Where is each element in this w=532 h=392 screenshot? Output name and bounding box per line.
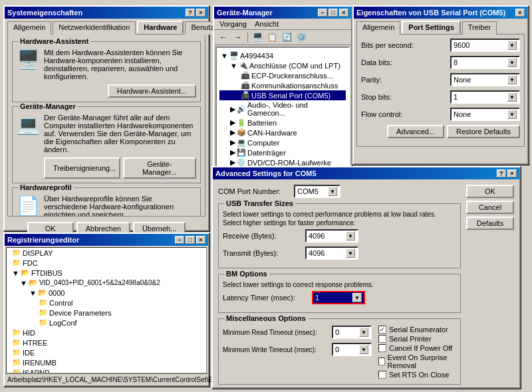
transmit-dropdown[interactable]: 4096 ▼	[305, 246, 358, 260]
reg-close-btn[interactable]: ×	[196, 236, 205, 244]
receive-dropdown[interactable]: 4096 ▼	[305, 229, 358, 243]
adv-defaults-btn[interactable]: Defaults	[466, 217, 514, 230]
transmit-arrow[interactable]: ▼	[346, 248, 355, 258]
advanced-left: COM Port Number: COM5 ▼ USB Transfer Siz…	[213, 179, 466, 385]
bits-arrow[interactable]: ▼	[507, 41, 517, 50]
reg-minimize-btn[interactable]: −	[175, 236, 184, 244]
min-read-dropdown[interactable]: 0 ▼	[332, 326, 372, 339]
tree-root[interactable]: ▼ 🖥️ A4994434	[219, 50, 346, 60]
usb-tab-treiber[interactable]: Treiber	[462, 21, 497, 35]
device-tree[interactable]: ▼ 🖥️ A4994434 ▼ 🔌 Anschlüsse (COM und LP…	[215, 47, 350, 173]
gm-close-btn[interactable]: ×	[339, 9, 348, 17]
reg-vid[interactable]: ▼ 📂 VID_0403+PID_6001+5&2a2498a0&0&2	[7, 278, 206, 288]
reg-htree[interactable]: 📁 HTREE	[7, 338, 206, 347]
cancel-power-checkbox[interactable]	[378, 344, 386, 352]
receive-value: 4096	[309, 232, 325, 240]
can-icon: 📦	[237, 128, 246, 137]
reg-logconf[interactable]: 📁 LogConf	[7, 318, 206, 328]
usb-close-btn[interactable]: ×	[515, 9, 525, 17]
gm-maximize-btn[interactable]: □	[329, 9, 338, 17]
com-port-row: COM Port Number: COM5 ▼	[218, 185, 461, 198]
event-surprise-checkbox[interactable]	[378, 357, 385, 365]
min-write-value: 0	[335, 345, 339, 353]
min-read-arrow[interactable]: ▼	[359, 328, 368, 337]
set-rts-checkbox[interactable]	[378, 371, 386, 379]
geraete-manager-win-title: Geräte-Manager	[217, 9, 318, 17]
com-port-dropdown[interactable]: COM5 ▼	[294, 185, 340, 198]
advanced-btn[interactable]: Advanced...	[387, 125, 444, 138]
reg-hid[interactable]: 📁 HID	[7, 328, 206, 338]
reg-0000[interactable]: ▼ 📂 0000	[7, 288, 206, 298]
bm-options-desc: Select lower settings to correct respons…	[223, 281, 456, 288]
advanced-help-btn[interactable]: ?	[497, 169, 506, 177]
bits-dropdown[interactable]: 9600 ▼	[450, 39, 520, 52]
tree-audio[interactable]: ▶ 🔊 Audio-, Video- und Gamecon...	[219, 100, 346, 118]
hardware-assistant-btn[interactable]: Hardware-Assistent...	[108, 84, 196, 98]
usb-transfer-desc2: Select higher settings for faster perfor…	[223, 219, 456, 227]
serial-printer-checkbox[interactable]	[378, 335, 386, 343]
toolbar-icon3[interactable]: 🔄	[280, 31, 293, 43]
close-btn[interactable]: ×	[196, 9, 205, 17]
tab-allgemein[interactable]: Allgemein	[7, 21, 51, 35]
menu-vorgang[interactable]: Vorgang	[215, 19, 251, 29]
reg-display[interactable]: 📁 DISPLAY	[7, 248, 206, 258]
tree-computer[interactable]: ▶ 💻 Computer	[219, 138, 346, 147]
serial-enum-checkbox[interactable]	[378, 326, 386, 334]
usb-tab-allgemein[interactable]: Allgemein	[356, 21, 400, 35]
tree-ecp[interactable]: 📠 ECP-Druckeranschluss...	[219, 70, 346, 80]
min-write-dropdown[interactable]: 0 ▼	[332, 343, 372, 356]
restore-btn[interactable]: Restore Defaults	[447, 125, 520, 138]
latency-arrow[interactable]: ▼	[352, 293, 362, 302]
databits-arrow[interactable]: ▼	[507, 58, 517, 67]
reg-vid-icon: 📂	[29, 278, 38, 287]
geraete-manager-btn[interactable]: Geräte-Manager...	[123, 157, 196, 179]
adv-cancel-btn[interactable]: Cancel	[466, 201, 514, 214]
geraete-toolbar: ← → 🖥️ 📋 🔄 ⚙️	[214, 30, 351, 45]
registry-tree-container[interactable]: 📁 DISPLAY 📁 FDC ▼ 📂 FTDIBUS ▼ 📂 VID_0403…	[6, 247, 207, 373]
parity-dropdown[interactable]: None ▼	[450, 73, 520, 86]
tree-can[interactable]: ▶ 📦 CAN-Hardware	[219, 128, 346, 138]
bm-options-title: BM Options	[224, 270, 269, 278]
adv-ok-btn[interactable]: OK	[466, 185, 514, 198]
flowcontrol-dropdown[interactable]: None ▼	[450, 108, 520, 121]
menu-ansicht[interactable]: Ansicht	[251, 19, 283, 29]
stopbits-dropdown[interactable]: 1 ▼	[450, 90, 520, 104]
reg-device-params[interactable]: 📁 Device Parameters	[7, 308, 206, 318]
reg-ftdibus[interactable]: ▼ 📂 FTDIBUS	[7, 268, 206, 278]
latency-dropdown[interactable]: 1 ▼	[312, 291, 365, 304]
tree-usb-serial[interactable]: 📠 USB Serial Port (COM5)	[219, 90, 346, 100]
gm-minimize-btn[interactable]: −	[318, 9, 327, 17]
toolbar-icon4[interactable]: ⚙️	[295, 31, 308, 43]
tree-daten[interactable]: ▶ 💾 Datenträger	[219, 147, 346, 157]
tree-anschlusse[interactable]: ▼ 🔌 Anschlüsse (COM und LPT)	[219, 60, 346, 70]
com-port-arrow[interactable]: ▼	[328, 187, 337, 196]
receive-arrow[interactable]: ▼	[346, 231, 355, 241]
reg-ide[interactable]: 📁 IDE	[7, 347, 206, 357]
tree-batterien[interactable]: ▶ 🔋 Batterien	[219, 118, 346, 128]
tab-netzwerk[interactable]: Netzwerkidentifikation	[53, 21, 136, 35]
reg-maximize-btn[interactable]: □	[186, 236, 195, 244]
parity-arrow[interactable]: ▼	[507, 75, 517, 84]
tab-hardware[interactable]: Hardware	[137, 21, 184, 34]
hardware-tab-content: Hardware-Assistent 🖥️ Mit dem Hardware-A…	[7, 34, 205, 217]
reg-control[interactable]: 📁 Control	[7, 298, 206, 308]
stopbits-arrow[interactable]: ▼	[507, 92, 517, 102]
toolbar-forward[interactable]: →	[231, 31, 245, 43]
databits-dropdown[interactable]: 8 ▼	[450, 56, 520, 69]
toolbar-back[interactable]: ←	[217, 31, 230, 43]
reg-isapnp[interactable]: 📁 ISAPNP	[7, 367, 206, 373]
flowcontrol-arrow[interactable]: ▼	[507, 110, 517, 119]
min-write-arrow[interactable]: ▼	[359, 345, 368, 354]
help-btn[interactable]: ?	[186, 9, 195, 17]
systemeigenschaften-titlebar-buttons: ? ×	[186, 9, 205, 17]
treiber-btn[interactable]: Treibersignierung...	[44, 157, 120, 179]
tree-kom[interactable]: 📠 Kommunikationsanschluss	[219, 80, 346, 90]
serial-printer-label: Serial Printer	[389, 335, 432, 343]
registry-statusbar-text: Arbeitsplatz\HKEY_LOCAL_MACHINE\SYSTEM\C…	[7, 376, 225, 383]
reg-fdc[interactable]: 📁 FDC	[7, 258, 206, 268]
toolbar-icon1[interactable]: 🖥️	[251, 31, 264, 43]
usb-tab-portsettings[interactable]: Port Settings	[402, 21, 460, 34]
reg-irenumb[interactable]: 📁 IRENUMB	[7, 357, 206, 367]
toolbar-icon2[interactable]: 📋	[265, 31, 279, 43]
advanced-close-btn[interactable]: ×	[507, 169, 517, 177]
